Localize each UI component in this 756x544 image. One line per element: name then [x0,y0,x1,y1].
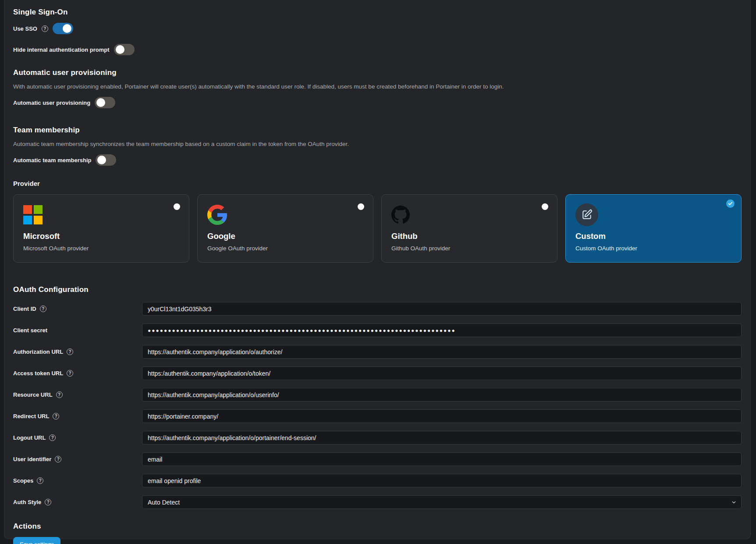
use-sso-help-icon[interactable]: ? [42,25,48,32]
auto-user-provisioning-description: With automatic user provisioning enabled… [13,83,742,90]
oauth-configuration-heading: OAuth Configuration [13,285,742,294]
toggle-knob [96,98,105,107]
microsoft-logo-icon [23,203,179,226]
toggle-knob [63,24,71,33]
form-row-access-token-url: Access token URL? [13,366,742,380]
edit-icon [575,203,731,226]
use-sso-label: Use SSO [13,25,37,32]
field-label-user-identifier: User identifier? [13,456,142,462]
help-icon[interactable]: ? [55,456,61,462]
provider-description: Microsoft OAuth provider [23,245,179,252]
provider-name: Google [207,231,363,241]
client-secret-input[interactable] [142,324,742,337]
form-row-redirect-url: Redirect URL? [13,409,742,423]
user-identifier-input[interactable] [142,452,742,466]
toggle-knob [116,45,124,54]
access-token-url-input[interactable] [142,366,742,380]
form-row-client-secret: Client secret [13,324,742,337]
help-icon[interactable]: ? [56,391,63,398]
help-icon[interactable]: ? [45,499,51,505]
field-label-text: User identifier [13,456,51,462]
save-settings-button[interactable]: Save settings [13,537,60,544]
provider-name: Microsoft [23,231,179,241]
select-wrap-auth-style: Auto Detect [142,495,742,509]
form-row-auth-style: Auth Style?Auto Detect [13,495,742,509]
radio-unselected-icon[interactable] [358,203,364,210]
google-logo-icon [207,203,363,226]
hide-internal-auth-label: Hide internal authentication prompt [13,46,110,53]
field-label-text: Redirect URL [13,413,49,420]
team-membership-toggle[interactable] [96,154,116,166]
field-label-text: Scopes [13,477,33,484]
help-icon[interactable]: ? [53,413,59,420]
scopes-input[interactable] [142,474,742,487]
settings-panel: Single Sign-On Use SSO ? Hide internal a… [4,0,751,539]
hide-internal-auth-row: Hide internal authentication prompt [13,44,742,55]
field-label-text: Resource URL [13,391,53,398]
team-membership-label: Automatic team membership [13,157,91,164]
form-row-user-identifier: User identifier? [13,452,742,466]
field-label-resource-url: Resource URL? [13,391,142,398]
auto-user-provisioning-heading: Automatic user provisioning [13,68,742,77]
field-label-scopes: Scopes? [13,477,142,484]
form-row-resource-url: Resource URL? [13,388,742,402]
provider-cards: MicrosoftMicrosoft OAuth providerGoogleG… [13,194,742,263]
logout-url-input[interactable] [142,431,742,444]
team-membership-heading: Team membership [13,126,742,135]
resource-url-input[interactable] [142,388,742,402]
provider-card-custom[interactable]: CustomCustom OAuth provider [565,194,742,263]
field-label-text: Access token URL [13,370,63,377]
auto-user-provisioning-row: Automatic user provisioning [13,97,742,108]
provider-card-microsoft[interactable]: MicrosoftMicrosoft OAuth provider [13,194,189,263]
radio-unselected-icon[interactable] [174,203,180,210]
use-sso-row: Use SSO ? [13,23,742,34]
auto-user-provisioning-label: Automatic user provisioning [13,100,90,106]
field-label-text: Logout URL [13,434,46,441]
field-label-text: Client secret [13,327,47,334]
field-label-access-token-url: Access token URL? [13,370,142,377]
selected-check-icon[interactable] [726,199,735,208]
provider-description: Google OAuth provider [207,245,363,252]
team-membership-row: Automatic team membership [13,154,742,166]
redirect-url-input[interactable] [142,409,742,423]
field-label-auth-style: Auth Style? [13,499,142,505]
provider-heading: Provider [13,180,742,187]
actions-heading: Actions [13,522,742,531]
provider-description: Custom OAuth provider [575,245,731,252]
field-label-text: Client ID [13,306,36,312]
auto-user-provisioning-toggle[interactable] [95,97,115,108]
authorization-url-input[interactable] [142,345,742,359]
form-row-scopes: Scopes? [13,474,742,487]
form-row-authorization-url: Authorization URL? [13,345,742,359]
provider-card-github[interactable]: GithubGithub OAuth provider [381,194,557,263]
provider-name: Custom [575,231,731,241]
team-membership-description: Automatic team membership synchronizes t… [13,141,742,147]
oauth-config-form: Client ID?Client secretAuthorization URL… [13,302,742,509]
help-icon[interactable]: ? [37,477,43,484]
help-icon[interactable]: ? [40,306,46,312]
toggle-knob [97,156,106,164]
form-row-logout-url: Logout URL? [13,431,742,444]
provider-card-google[interactable]: GoogleGoogle OAuth provider [197,194,373,263]
help-icon[interactable]: ? [49,434,56,441]
field-label-logout-url: Logout URL? [13,434,142,441]
field-label-text: Authorization URL [13,348,63,355]
field-label-client-id: Client ID? [13,306,142,312]
field-label-client-secret: Client secret [13,327,142,334]
single-sign-on-heading: Single Sign-On [13,8,742,17]
provider-description: Github OAuth provider [391,245,547,252]
field-label-redirect-url: Redirect URL? [13,413,142,420]
radio-unselected-icon[interactable] [542,203,548,210]
client-id-input[interactable] [142,302,742,316]
help-icon[interactable]: ? [67,370,73,377]
field-label-authorization-url: Authorization URL? [13,348,142,355]
auth-style-select[interactable]: Auto Detect [142,495,742,509]
provider-name: Github [391,231,547,241]
use-sso-toggle[interactable] [53,23,73,34]
hide-internal-auth-toggle[interactable] [114,44,135,55]
help-icon[interactable]: ? [67,348,73,355]
form-row-client-id: Client ID? [13,302,742,316]
field-label-text: Auth Style [13,499,41,505]
github-logo-icon [391,203,547,226]
